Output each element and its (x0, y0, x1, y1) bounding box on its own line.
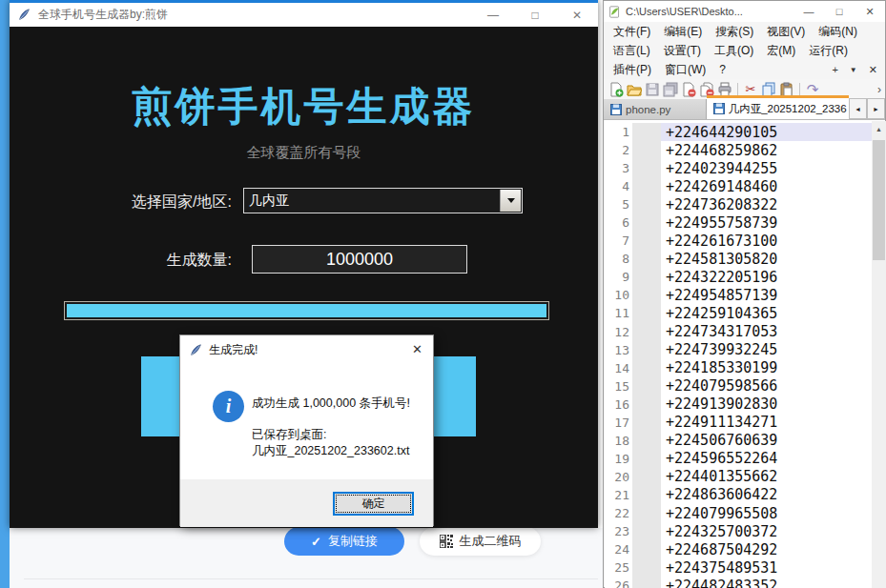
line-number: 1 (605, 125, 629, 139)
dialog-footer: 确定 (180, 479, 433, 527)
notepad-maximize-button[interactable]: □ (824, 1, 855, 22)
editor-line[interactable]: 19+224596552264 (605, 450, 885, 468)
phone-number-text: +224687504292 (661, 540, 885, 558)
editor-area[interactable]: 1+2246442901052+2244682598623+2240239442… (605, 120, 885, 588)
fold-margin (632, 195, 661, 213)
combobox-dropdown-button[interactable] (500, 190, 521, 212)
file-saved-icon (713, 103, 725, 114)
menu-item[interactable]: 搜索(S) (709, 24, 760, 40)
background-window-edge (0, 0, 10, 588)
editor-line[interactable]: 17+224911134271 (605, 414, 885, 432)
editor-line[interactable]: 3+224023944255 (605, 159, 885, 177)
editor-line[interactable]: 5+224736208322 (605, 195, 885, 213)
editor-line[interactable]: 23+224325700372 (605, 522, 885, 540)
editor-line[interactable]: 15+224079598566 (605, 377, 885, 395)
editor-line[interactable]: 26+224482483352 (605, 577, 885, 588)
country-label: 选择国家/地区: (10, 193, 232, 213)
chevron-down-icon (507, 198, 515, 203)
fold-margin (632, 159, 661, 177)
editor-line[interactable]: 25+224375489531 (605, 558, 885, 577)
line-number: 6 (605, 215, 629, 230)
editor-line[interactable]: 1+224644290105 (605, 123, 885, 141)
menu-item[interactable]: 编码(N) (812, 24, 864, 40)
new-file-icon[interactable] (608, 81, 625, 98)
editor-scrollbar[interactable]: ▲ (872, 121, 886, 588)
fold-margin (632, 341, 661, 359)
menu-item[interactable]: 语言(L) (607, 43, 657, 59)
editor-line[interactable]: 12+224734317053 (605, 323, 885, 341)
app-maximize-button[interactable]: □ (514, 3, 556, 27)
open-file-icon[interactable] (626, 81, 643, 98)
dialog-close-icon[interactable]: ✕ (412, 342, 422, 356)
fold-margin (632, 522, 661, 540)
editor-line[interactable]: 21+224863606422 (605, 486, 885, 504)
editor-line[interactable]: 11+224259104365 (605, 304, 885, 322)
editor-line[interactable]: 18+224506760639 (605, 432, 885, 450)
menu-item[interactable]: 编辑(E) (657, 24, 709, 40)
country-combobox[interactable]: 几内亚 (243, 188, 523, 213)
scrollbar-thumb[interactable] (873, 140, 885, 260)
menu-item[interactable]: 工具(O) (708, 43, 760, 59)
ok-button[interactable]: 确定 (333, 492, 414, 516)
menu-row: 插件(P)窗口(W)? + ▼ ✕ (604, 60, 885, 79)
scrollbar-up-icon[interactable]: ▲ (872, 121, 886, 136)
fold-margin (632, 359, 661, 377)
editor-line[interactable]: 4+224269148460 (605, 177, 885, 195)
editor-line[interactable]: 10+224954857139 (605, 286, 885, 304)
menu-item[interactable]: 文件(F) (607, 24, 657, 40)
menu-item[interactable]: 窗口(W) (658, 62, 712, 78)
editor-line[interactable]: 14+224185330199 (605, 359, 885, 377)
menu-item[interactable]: 视图(V) (760, 24, 812, 40)
toolbar-separator (799, 83, 800, 96)
editor-line[interactable]: 20+224401355662 (605, 468, 885, 486)
line-number: 16 (605, 397, 629, 412)
menu-extras: + ▼ ✕ (832, 64, 885, 76)
fold-margin (632, 414, 661, 432)
notepad-window: C:\Users\USER\Deskto... — □ ✕ 文件(F)编辑(E)… (603, 0, 886, 588)
menu-item[interactable]: ? (712, 63, 732, 76)
menu-item[interactable]: 设置(T) (657, 43, 708, 59)
fold-margin (632, 304, 661, 322)
menu-close-icon[interactable]: ✕ (869, 64, 877, 76)
toolbar-overflow-icon[interactable]: › (877, 83, 885, 96)
editor-line[interactable]: 22+224079965508 (605, 504, 885, 522)
close-file-icon[interactable] (680, 81, 697, 98)
editor-line[interactable]: 6+224955758739 (605, 213, 885, 232)
quantity-input[interactable] (252, 245, 467, 274)
phone-number-text: +224734317053 (661, 323, 885, 341)
menu-item[interactable]: 运行(R) (802, 43, 855, 59)
phone-number-text: +224401355662 (661, 468, 885, 486)
fold-margin (632, 232, 661, 250)
editor-line[interactable]: 7+224261673100 (605, 232, 885, 250)
notepad-minimize-button[interactable]: — (793, 1, 824, 22)
line-number: 9 (605, 270, 629, 284)
editor-line[interactable]: 16+224913902830 (605, 395, 885, 414)
tab-phone-py[interactable]: phone.py (604, 99, 707, 119)
phone-number-text: +224911134271 (661, 414, 885, 432)
line-number: 23 (605, 524, 629, 538)
menu-item[interactable]: 插件(P) (607, 62, 658, 78)
editor-line[interactable]: 9+224322205196 (605, 268, 885, 286)
tab-guinea-txt[interactable]: 几内亚_20251202_2336 (707, 95, 849, 119)
line-number: 10 (605, 288, 629, 302)
menu-plus-icon[interactable]: + (832, 64, 837, 75)
menu-dropdown-icon[interactable]: ▼ (850, 66, 857, 74)
line-number: 21 (605, 488, 629, 502)
editor-line[interactable]: 13+224739932245 (605, 341, 885, 359)
editor-line[interactable]: 2+224468259862 (605, 141, 885, 159)
notepad-close-button[interactable]: ✕ (855, 1, 885, 22)
app-close-button[interactable]: ✕ (556, 3, 598, 27)
editor-line[interactable]: 8+224581305820 (605, 250, 885, 268)
copy-link-button[interactable]: ✓ 复制链接 (284, 527, 404, 556)
tab-scroll-left-button[interactable]: ◄ (849, 98, 867, 119)
generate-qr-button[interactable]: 生成二维码 (420, 527, 541, 556)
app-minimize-button[interactable]: — (472, 3, 514, 27)
save-all-icon[interactable] (662, 81, 679, 98)
editor-line[interactable]: 24+224687504292 (605, 540, 885, 558)
save-icon[interactable] (644, 81, 661, 98)
tab-scroll-right-button[interactable]: ► (867, 98, 885, 119)
tab-label: phone.py (626, 104, 670, 115)
menu-item[interactable]: 宏(M) (760, 43, 802, 59)
app-titlebar: 全球手机号生成器by:煎饼 — □ ✕ (10, 0, 598, 27)
completion-dialog: 生成完成! ✕ i 成功生成 1,000,000 条手机号! 已保存到桌面: 几… (179, 335, 434, 526)
